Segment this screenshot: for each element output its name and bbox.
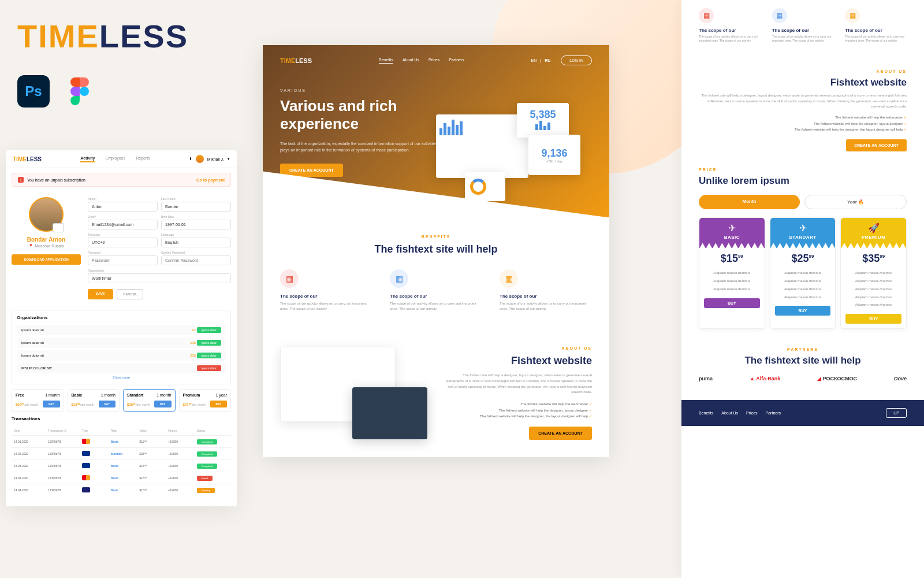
nav-item[interactable]: Employees bbox=[105, 156, 125, 162]
toggle-year[interactable]: Year 🔥 bbox=[804, 195, 907, 209]
partners-title: The fishtext site will help bbox=[699, 355, 907, 366]
save-button[interactable]: SAVE bbox=[88, 289, 113, 299]
scroll-up-button[interactable]: UP bbox=[886, 408, 907, 418]
name-input[interactable] bbox=[88, 202, 158, 212]
nav-item[interactable]: Prices bbox=[429, 58, 439, 64]
partner-logo: ▲ Alfa-Bank bbox=[750, 376, 780, 381]
landing-panel: TIMELESS BenefitsAbout UsPricesPartners … bbox=[263, 45, 609, 457]
org-row[interactable]: Ipsum dolor sit136 Ipsum dolor bbox=[17, 338, 226, 348]
benefit-card: ▦The scope of ourThe scope of our activi… bbox=[772, 8, 834, 43]
cancel-button[interactable]: CANCEL bbox=[117, 289, 143, 299]
buy-button[interactable]: BUY bbox=[704, 298, 760, 308]
hero-text: The task of the organization, especially… bbox=[280, 141, 442, 153]
check-item: The fishtext website will help the webma… bbox=[699, 114, 907, 121]
org-row[interactable]: Ipsum dolor sit235 Ipsum dolor bbox=[17, 350, 226, 361]
nav-item[interactable]: Activity bbox=[80, 156, 95, 162]
benefits-title: The fishtext site will help bbox=[280, 243, 592, 255]
org-row[interactable]: IPSUM DOLOR SIT Ipsum dolor bbox=[17, 363, 226, 373]
check-item: The fishtext website will help the desig… bbox=[699, 121, 907, 127]
partner-logo: Dove bbox=[894, 376, 907, 381]
pay-button[interactable]: PAY bbox=[154, 401, 171, 407]
price-title: Unlike lorem ipsum bbox=[699, 175, 907, 187]
check-item: The fishtext website will help the desig… bbox=[445, 407, 592, 414]
nav-item[interactable]: About Us bbox=[403, 58, 419, 64]
benefit-icon: ▦ bbox=[390, 269, 408, 288]
plan-icon: 🚀 bbox=[843, 223, 904, 234]
benefit-card: ▦The scope of ourThe scope of our activi… bbox=[845, 8, 907, 43]
figma-icon bbox=[64, 75, 96, 108]
card-icon bbox=[82, 439, 90, 444]
hero-eyebrow: VARIOUS bbox=[280, 88, 592, 92]
plan-card[interactable]: Basic1 month$15⁹⁹ /per monthPAY bbox=[68, 389, 120, 412]
benefit-card: ▦The scope of ourThe scope of our activi… bbox=[280, 269, 372, 312]
org-row[interactable]: Ipsum dolor sit97 Ipsum dolor bbox=[17, 325, 226, 335]
dashboard-logo: TIMELESS bbox=[13, 156, 42, 162]
transactions-section: Transactions DateTransaction IDTypeRateV… bbox=[12, 416, 231, 496]
buy-button[interactable]: BUY bbox=[845, 314, 901, 324]
email-input[interactable] bbox=[88, 220, 158, 229]
landing-logo: TIMELESS bbox=[280, 57, 312, 64]
show-more-link[interactable]: Show more bbox=[17, 376, 226, 379]
check-item: The fishtext website will help the desig… bbox=[699, 127, 907, 133]
benefit-icon: ▦ bbox=[500, 269, 518, 288]
pay-button[interactable]: PAY bbox=[99, 401, 116, 407]
toggle-month[interactable]: Month bbox=[699, 195, 800, 209]
pay-button[interactable]: PAY bbox=[43, 401, 59, 407]
partners-label: PARTNERS bbox=[699, 347, 907, 351]
nav-item[interactable]: Partners bbox=[449, 58, 464, 64]
alert-icon: ! bbox=[18, 177, 24, 183]
transaction-row: 14.02.202012345678Standart$25⁹⁹+19000Com… bbox=[12, 447, 231, 460]
password-input[interactable] bbox=[88, 255, 158, 265]
plan-card[interactable]: Free1 month$00⁰⁰ /per monthPAY bbox=[12, 389, 64, 412]
organizations-section: Organizations Ipsum dolor sit97 Ipsum do… bbox=[12, 310, 231, 384]
footer: BenefitsAbout UsPricesPartners UP bbox=[681, 400, 924, 426]
pay-button[interactable]: PAY bbox=[210, 401, 227, 407]
camera-icon bbox=[53, 223, 64, 232]
birth-input[interactable] bbox=[161, 220, 231, 229]
confirm-password-input[interactable] bbox=[161, 255, 231, 265]
profile-photo[interactable] bbox=[29, 197, 64, 232]
card-icon bbox=[82, 451, 90, 456]
benefit-icon: ▦ bbox=[772, 8, 787, 23]
right-panel: ▦The scope of ourThe scope of our activi… bbox=[681, 0, 924, 578]
profile-name: Bondar Anton bbox=[12, 236, 81, 243]
footer-nav-item[interactable]: About Us bbox=[721, 411, 738, 415]
timezone-select[interactable] bbox=[88, 238, 158, 247]
organization-select[interactable] bbox=[88, 273, 231, 283]
plan-card[interactable]: Premium1 year$27⁹⁹ /per monthPAY bbox=[179, 389, 232, 412]
benefit-icon: ▦ bbox=[845, 8, 860, 23]
check-item: The fishtext website will help the webma… bbox=[445, 401, 592, 407]
language-select[interactable] bbox=[161, 238, 231, 247]
user-menu[interactable]: ⬆ Mikhail J. ▾ bbox=[189, 155, 230, 163]
create-account-button[interactable]: CREATE AN ACCOUNT bbox=[529, 427, 592, 440]
benefit-card: ▦The scope of ourThe scope of our activi… bbox=[390, 269, 482, 312]
nav-item[interactable]: Reports bbox=[136, 156, 150, 162]
about-label: ABOUT US bbox=[699, 69, 907, 73]
footer-nav-item[interactable]: Prices bbox=[746, 411, 757, 415]
brand-logo: TIMELESS bbox=[17, 17, 188, 55]
benefit-card: ▦The scope of ourThe scope of our activi… bbox=[500, 269, 592, 312]
download-app-button[interactable]: DOWNLOAD APPLICATION bbox=[12, 254, 81, 265]
partner-logo: puma bbox=[699, 376, 713, 381]
footer-nav-item[interactable]: Benefits bbox=[699, 411, 713, 415]
plan-card[interactable]: Standart1 month$25⁹⁹ /per monthPAY bbox=[123, 389, 176, 412]
profile-location: 📍 Moscow, Russia bbox=[12, 244, 81, 249]
footer-nav-item[interactable]: Partners bbox=[766, 411, 781, 415]
price-plan: 🚀PREMIUM$3599Aliquam massa rhoncusAliqua… bbox=[840, 217, 907, 329]
price-plan: ✈STANDART$2599Aliquam massa rhoncusAliqu… bbox=[770, 217, 836, 329]
benefit-icon: ▦ bbox=[699, 8, 714, 23]
profile-form: Name* Last Name* Email* Birth Date Timez… bbox=[88, 197, 231, 299]
landing-nav: BenefitsAbout UsPricesPartners bbox=[379, 58, 464, 64]
go-to-payment-link[interactable]: Go to payment bbox=[196, 178, 225, 182]
card-icon bbox=[82, 475, 90, 480]
lastname-input[interactable] bbox=[161, 202, 231, 212]
nav-item[interactable]: Benefits bbox=[379, 58, 393, 64]
benefit-icon: ▦ bbox=[280, 269, 299, 288]
about-mockup bbox=[280, 347, 427, 439]
dashboard-nav: ActivityEmployeesReports bbox=[80, 156, 150, 162]
create-account-button[interactable]: CREATE AN ACCOUNT bbox=[846, 139, 907, 151]
language-switch[interactable]: EN | RU LOG IN bbox=[531, 55, 592, 65]
transaction-row: 14.01.202012345678Basic$15⁹⁹+19000Comple… bbox=[12, 435, 231, 447]
buy-button[interactable]: BUY bbox=[775, 306, 831, 316]
login-button[interactable]: LOG IN bbox=[561, 55, 592, 65]
